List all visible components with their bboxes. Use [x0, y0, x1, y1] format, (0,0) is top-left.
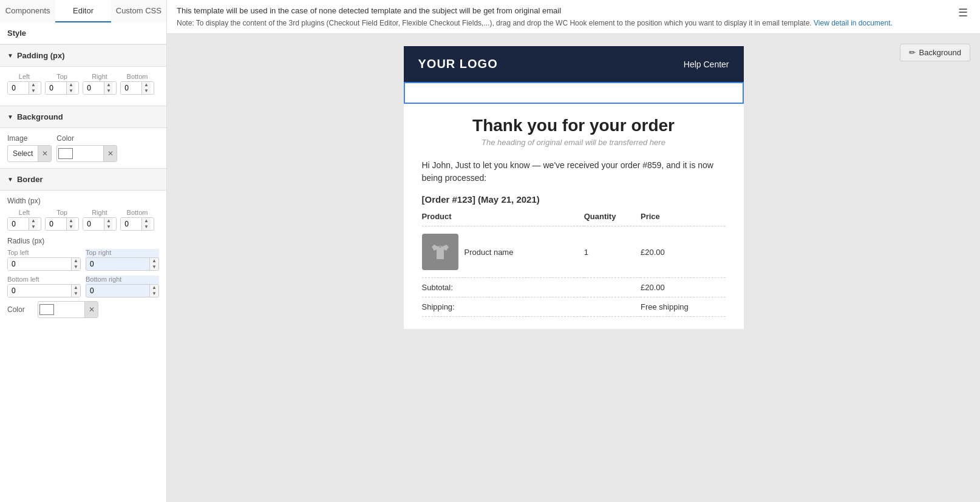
padding-left-up[interactable]: ▲ — [29, 82, 38, 88]
table-row: Product name 1 £20.00 — [422, 226, 726, 278]
radius-top-left-spin: ▲ ▼ — [71, 258, 80, 270]
radius-bottom-left-up[interactable]: ▲ — [72, 285, 80, 291]
background-button[interactable]: ✏ Background — [900, 44, 970, 61]
border-color-row: Color ✕ — [7, 301, 159, 318]
left-panel: Components Editor Custom CSS Style ▼ Pad… — [0, 0, 167, 502]
radius-bottom-right-up[interactable]: ▲ — [150, 285, 158, 291]
padding-bottom-input[interactable]: 0 — [121, 82, 141, 94]
radius-bottom-left-down[interactable]: ▼ — [72, 291, 80, 297]
padding-top-input-wrap[interactable]: 0 ▲ ▼ — [45, 81, 79, 95]
image-clear-btn[interactable]: ✕ — [38, 146, 51, 161]
border-top-up[interactable]: ▲ — [67, 218, 75, 224]
radius-top-left-down[interactable]: ▼ — [72, 264, 80, 270]
background-section-header[interactable]: ▼ Background — [0, 106, 166, 128]
border-top-wrap[interactable]: ▲ ▼ — [45, 217, 79, 231]
blue-outline-box[interactable] — [404, 82, 744, 104]
border-left-wrap[interactable]: ▲ ▼ — [7, 217, 41, 231]
radius-top-right-up[interactable]: ▲ — [150, 258, 158, 264]
radius-top-left-wrap[interactable]: ▲ ▼ — [7, 257, 81, 271]
menu-icon-button[interactable]: ☰ — [956, 6, 970, 19]
radius-bottom-right-wrap[interactable]: ▲ ▼ — [86, 284, 159, 297]
padding-right-down[interactable]: ▼ — [104, 88, 113, 94]
border-top-down[interactable]: ▼ — [67, 224, 75, 230]
padding-top-up[interactable]: ▲ — [67, 82, 75, 88]
radius-top-left-up[interactable]: ▲ — [72, 258, 80, 264]
border-color-clear-btn[interactable]: ✕ — [84, 302, 98, 317]
padding-right-up[interactable]: ▲ — [104, 82, 113, 88]
radius-top-right-wrap[interactable]: ▲ ▼ — [86, 257, 159, 271]
radius-bottom-left-wrap[interactable]: ▲ ▼ — [7, 284, 81, 297]
background-row: Image Select ✕ Color ✕ — [7, 134, 159, 162]
tab-custom-css[interactable]: Custom CSS — [111, 0, 166, 22]
tab-components[interactable]: Components — [0, 0, 55, 22]
background-button-label: Background — [919, 48, 961, 57]
border-color-label: Color — [7, 305, 33, 314]
border-right-up[interactable]: ▲ — [104, 218, 113, 224]
bg-color-input[interactable] — [57, 146, 74, 161]
padding-right-input[interactable]: 0 — [83, 82, 104, 94]
pencil-icon: ✏ — [909, 48, 916, 57]
padding-top-input[interactable]: 0 — [46, 82, 66, 94]
radius-bottom-right-down[interactable]: ▼ — [150, 291, 158, 297]
bg-color-clear-btn[interactable]: ✕ — [103, 146, 117, 161]
border-top-spin: ▲ ▼ — [66, 218, 75, 230]
shirt-icon — [429, 241, 451, 263]
radius-top-right-input[interactable] — [86, 258, 149, 270]
border-section-header[interactable]: ▼ Border — [0, 168, 166, 191]
product-price: £20.00 — [641, 226, 725, 278]
padding-top-spin: ▲ ▼ — [66, 82, 75, 94]
border-left-input[interactable] — [8, 218, 29, 230]
padding-right-input-wrap[interactable]: 0 ▲ ▼ — [83, 81, 117, 95]
product-image — [422, 234, 458, 270]
padding-left-input[interactable]: 0 — [8, 82, 29, 94]
radius-bottom-right-input[interactable] — [86, 285, 149, 297]
image-select-btn[interactable]: Select ✕ — [7, 145, 52, 162]
shipping-label: Shipping: — [422, 297, 641, 317]
info-bar-message: This template will be used in the case o… — [177, 6, 950, 15]
email-heading-text: Thank you for your order — [422, 116, 726, 135]
padding-arrow: ▼ — [7, 52, 13, 59]
padding-bottom-up[interactable]: ▲ — [142, 82, 151, 88]
background-form: Image Select ✕ Color ✕ — [0, 128, 166, 168]
padding-form: Left 0 ▲ ▼ Top 0 ▲ ▼ — [0, 67, 166, 106]
color-picker-wrap[interactable]: ✕ — [56, 145, 117, 162]
padding-bottom-input-wrap[interactable]: 0 ▲ ▼ — [120, 81, 154, 95]
border-bottom-up[interactable]: ▲ — [142, 218, 151, 224]
padding-top-down[interactable]: ▼ — [67, 88, 75, 94]
padding-left-group: Left 0 ▲ ▼ — [7, 73, 41, 95]
order-title: [Order #123] (May 21, 2021) — [422, 194, 726, 205]
border-bottom-down[interactable]: ▼ — [142, 224, 151, 230]
border-bottom-input[interactable] — [121, 218, 141, 230]
padding-top-label: Top — [56, 73, 67, 80]
border-left-down[interactable]: ▼ — [29, 224, 38, 230]
tab-editor[interactable]: Editor — [55, 0, 111, 22]
padding-bottom-spin: ▲ ▼ — [141, 82, 151, 94]
border-right-down[interactable]: ▼ — [104, 224, 113, 230]
padding-top-group: Top 0 ▲ ▼ — [45, 73, 79, 95]
border-bottom-wrap[interactable]: ▲ ▼ — [120, 217, 154, 231]
radius-bottom-left-input[interactable] — [8, 285, 71, 297]
padding-section-header[interactable]: ▼ Padding (px) — [0, 44, 166, 67]
padding-left-down[interactable]: ▼ — [29, 88, 38, 94]
padding-right-spin: ▲ ▼ — [104, 82, 113, 94]
padding-left-input-wrap[interactable]: 0 ▲ ▼ — [7, 81, 41, 95]
padding-bottom-down[interactable]: ▼ — [142, 88, 151, 94]
border-top-group: Top ▲ ▼ — [45, 209, 79, 231]
border-right-input[interactable] — [83, 218, 104, 230]
border-color-input[interactable] — [38, 302, 55, 317]
shipping-row: Shipping: Free shipping — [422, 297, 726, 317]
border-top-label: Top — [56, 209, 67, 216]
radius-top-right-down[interactable]: ▼ — [150, 264, 158, 270]
col-price: Price — [641, 212, 725, 226]
note-link[interactable]: View detail in document. — [814, 19, 893, 27]
radius-top-left-label: Top left — [7, 249, 81, 256]
border-top-input[interactable] — [46, 218, 66, 230]
radius-top-left-input[interactable] — [8, 258, 71, 270]
border-right-wrap[interactable]: ▲ ▼ — [83, 217, 117, 231]
main-area: This template will be used in the case o… — [167, 0, 980, 502]
border-left-up[interactable]: ▲ — [29, 218, 38, 224]
padding-right-label: Right — [92, 73, 107, 80]
radius-bottom-right-label: Bottom right — [86, 276, 159, 283]
border-width-label: Width (px) — [7, 197, 159, 205]
border-color-picker-wrap[interactable]: ✕ — [38, 301, 98, 318]
